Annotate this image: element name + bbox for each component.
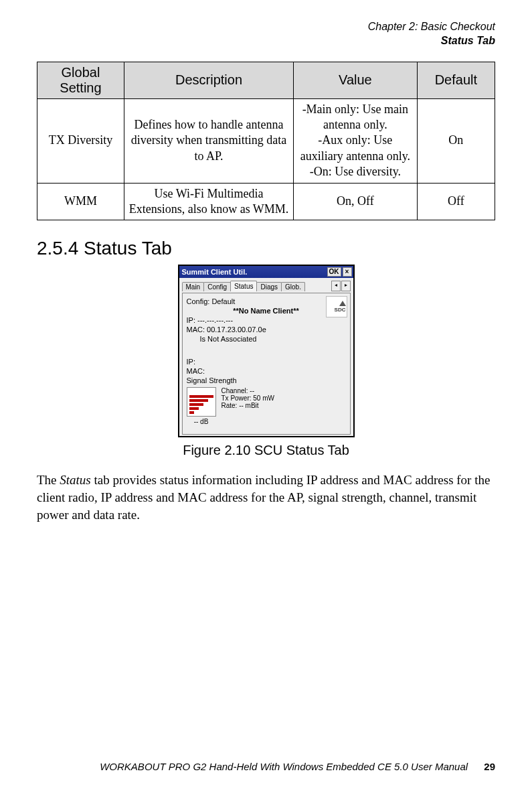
scu-screenshot: Summit Client Util. OK × Main Config Sta… [178,265,355,437]
cell-default: Off [417,183,495,220]
cell-description: Use Wi-Fi Multimedia Extensions, also kn… [124,183,293,220]
scu-tabstrip: Main Config Status Diags Glob. ◂ ▸ [182,281,351,291]
th-description: Description [124,62,293,98]
sdc-logo-icon: SDC [326,296,347,317]
th-setting: Global Setting [37,62,124,98]
table-row: WMM Use Wi-Fi Multimedia Extensions, als… [37,183,495,220]
global-settings-table: Global Setting Description Value Default… [37,62,495,221]
tab-scroll-left-icon[interactable]: ◂ [331,281,341,291]
scu-ap-mac-line: MAC: [187,367,346,375]
tab-diags[interactable]: Diags [256,282,282,291]
table-row: TX Diversity Defines how to handle anten… [37,98,495,183]
cell-description: Defines how to handle antenna diversity … [124,98,293,183]
signal-db: -- dB [194,418,209,425]
tab-scroll-right-icon[interactable]: ▸ [341,281,351,291]
header-section: Status Tab [37,34,495,48]
scu-config-line: Config: Default [187,297,346,305]
footer-text: WORKABOUT PRO G2 Hand-Held With Windows … [100,761,468,772]
tab-config[interactable]: Config [203,282,231,291]
signal-details: Channel: -- Tx Power: 50 mW Rate: -- mBi… [221,387,274,409]
tab-main[interactable]: Main [182,282,205,291]
signal-channel: Channel: -- [221,387,274,394]
tab-status[interactable]: Status [230,281,257,291]
scu-signal-label: Signal Strength [187,376,346,384]
signal-strength-icon [187,387,216,417]
figure-caption: Figure 2.10 SCU Status Tab [183,443,349,458]
cell-value: -Main only: Use main antenna only. -Aux … [294,98,418,183]
body-paragraph: The Status tab provides status informati… [37,471,495,523]
scu-mac-line: MAC: 00.17.23.00.07.0e [187,325,346,334]
cell-setting: WMM [37,183,124,220]
page-footer: WORKABOUT PRO G2 Hand-Held With Windows … [37,761,495,772]
scu-window-title: Summit Client Util. [181,268,326,276]
scu-client-name: **No Name Client** [187,307,346,315]
scu-ip-line: IP: ---.---.---.--- [187,316,346,324]
signal-rate: Rate: -- mBit [221,402,274,409]
cell-setting: TX Diversity [37,98,124,183]
scu-status-panel: SDC Config: Default **No Name Client** I… [182,293,351,435]
th-default: Default [417,62,495,98]
tab-global[interactable]: Glob. [281,282,305,291]
th-value: Value [294,62,418,98]
ok-button[interactable]: OK [327,267,341,277]
scu-titlebar: Summit Client Util. OK × [179,266,353,278]
scu-assoc-status: Is Not Associated [200,335,346,343]
page-number: 29 [484,761,495,772]
page-header: Chapter 2: Basic Checkout Status Tab [37,20,495,48]
cell-default: On [417,98,495,183]
cell-value: On, Off [294,183,418,220]
close-button[interactable]: × [343,267,352,277]
tab-scroll: ◂ ▸ [331,281,351,291]
section-heading: 2.5.4 Status Tab [37,238,495,259]
header-chapter: Chapter 2: Basic Checkout [37,20,495,34]
signal-txpower: Tx Power: 50 mW [221,394,274,402]
scu-ap-ip-line: IP: [187,358,346,366]
